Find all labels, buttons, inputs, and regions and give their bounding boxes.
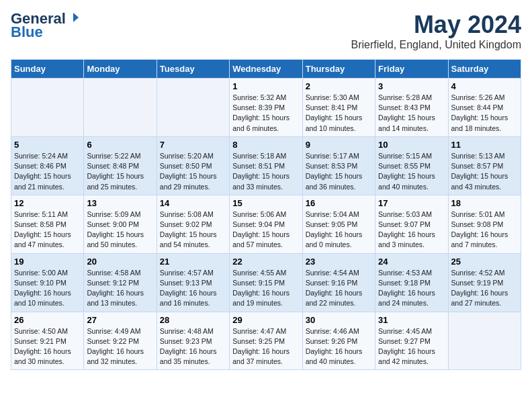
day-info: Sunrise: 5:17 AM Sunset: 8:53 PM Dayligh… [306, 151, 372, 192]
logo-blue: Blue [11, 24, 43, 40]
calendar-cell: 14Sunrise: 5:08 AM Sunset: 9:02 PM Dayli… [157, 195, 229, 253]
day-info: Sunrise: 4:47 AM Sunset: 9:25 PM Dayligh… [232, 326, 299, 367]
calendar-cell: 31Sunrise: 4:45 AM Sunset: 9:27 PM Dayli… [375, 312, 448, 370]
day-number: 8 [232, 140, 299, 150]
calendar-cell: 22Sunrise: 4:55 AM Sunset: 9:15 PM Dayli… [230, 253, 302, 312]
day-info: Sunrise: 4:55 AM Sunset: 9:15 PM Dayligh… [232, 268, 299, 309]
day-number: 25 [451, 257, 518, 267]
calendar-cell: 12Sunrise: 5:11 AM Sunset: 8:58 PM Dayli… [11, 195, 84, 253]
day-info: Sunrise: 5:32 AM Sunset: 8:39 PM Dayligh… [232, 93, 299, 134]
calendar-cell: 16Sunrise: 5:04 AM Sunset: 9:05 PM Dayli… [302, 195, 375, 253]
day-info: Sunrise: 4:48 AM Sunset: 9:23 PM Dayligh… [160, 326, 226, 367]
day-number: 22 [232, 257, 299, 267]
day-info: Sunrise: 5:03 AM Sunset: 9:07 PM Dayligh… [378, 210, 445, 250]
day-info: Sunrise: 5:18 AM Sunset: 8:51 PM Dayligh… [232, 151, 299, 192]
day-info: Sunrise: 4:50 AM Sunset: 9:21 PM Dayligh… [14, 326, 81, 367]
day-number: 12 [14, 198, 81, 208]
day-info: Sunrise: 5:24 AM Sunset: 8:46 PM Dayligh… [14, 151, 81, 192]
calendar-cell: 27Sunrise: 4:49 AM Sunset: 9:22 PM Dayli… [84, 312, 157, 370]
calendar-week-row: 26Sunrise: 4:50 AM Sunset: 9:21 PM Dayli… [11, 312, 521, 370]
day-info: Sunrise: 5:13 AM Sunset: 8:57 PM Dayligh… [451, 151, 518, 192]
day-number: 14 [160, 198, 226, 208]
header-day: Wednesday [230, 60, 302, 79]
day-number: 21 [160, 257, 226, 267]
calendar-cell: 18Sunrise: 5:01 AM Sunset: 9:08 PM Dayli… [448, 195, 521, 253]
day-number: 16 [306, 198, 372, 208]
calendar-table: SundayMondayTuesdayWednesdayThursdayFrid… [11, 59, 521, 370]
day-info: Sunrise: 4:49 AM Sunset: 9:22 PM Dayligh… [87, 326, 153, 367]
day-info: Sunrise: 5:26 AM Sunset: 8:44 PM Dayligh… [451, 93, 518, 134]
logo-icon [67, 11, 79, 24]
day-number: 7 [160, 140, 226, 150]
calendar-cell: 1Sunrise: 5:32 AM Sunset: 8:39 PM Daylig… [230, 79, 302, 137]
calendar-cell: 25Sunrise: 4:52 AM Sunset: 9:19 PM Dayli… [448, 253, 521, 312]
svg-marker-0 [73, 13, 79, 22]
logo: General Blue [11, 11, 79, 40]
day-info: Sunrise: 4:46 AM Sunset: 9:26 PM Dayligh… [306, 326, 372, 367]
day-number: 6 [87, 140, 153, 150]
day-info: Sunrise: 5:20 AM Sunset: 8:50 PM Dayligh… [160, 151, 226, 192]
day-info: Sunrise: 4:58 AM Sunset: 9:12 PM Dayligh… [87, 268, 153, 309]
day-number: 13 [87, 198, 153, 208]
day-number: 1 [232, 81, 299, 91]
calendar-cell: 15Sunrise: 5:06 AM Sunset: 9:04 PM Dayli… [230, 195, 302, 253]
calendar-cell: 23Sunrise: 4:54 AM Sunset: 9:16 PM Dayli… [302, 253, 375, 312]
calendar-cell: 20Sunrise: 4:58 AM Sunset: 9:12 PM Dayli… [84, 253, 157, 312]
day-info: Sunrise: 4:52 AM Sunset: 9:19 PM Dayligh… [451, 268, 518, 309]
header-day: Monday [84, 60, 157, 79]
header-day: Saturday [448, 60, 521, 79]
header-day: Sunday [11, 60, 84, 79]
title-area: May 2024 Brierfield, England, United Kin… [351, 11, 521, 51]
header-day: Thursday [302, 60, 375, 79]
day-number: 3 [378, 81, 445, 91]
day-info: Sunrise: 5:30 AM Sunset: 8:41 PM Dayligh… [306, 93, 372, 134]
day-number: 20 [87, 257, 153, 267]
day-info: Sunrise: 5:08 AM Sunset: 9:02 PM Dayligh… [160, 210, 226, 250]
day-info: Sunrise: 4:54 AM Sunset: 9:16 PM Dayligh… [306, 268, 372, 309]
calendar-cell: 29Sunrise: 4:47 AM Sunset: 9:25 PM Dayli… [230, 312, 302, 370]
calendar-cell: 26Sunrise: 4:50 AM Sunset: 9:21 PM Dayli… [11, 312, 84, 370]
day-number: 15 [232, 198, 299, 208]
calendar-week-row: 5Sunrise: 5:24 AM Sunset: 8:46 PM Daylig… [11, 136, 521, 195]
calendar-cell: 17Sunrise: 5:03 AM Sunset: 9:07 PM Dayli… [375, 195, 448, 253]
calendar-cell: 7Sunrise: 5:20 AM Sunset: 8:50 PM Daylig… [157, 136, 229, 195]
calendar-cell: 4Sunrise: 5:26 AM Sunset: 8:44 PM Daylig… [448, 79, 521, 137]
location-title: Brierfield, England, United Kingdom [351, 39, 521, 51]
page-header: General Blue May 2024 Brierfield, Englan… [11, 11, 521, 51]
calendar-cell: 19Sunrise: 5:00 AM Sunset: 9:10 PM Dayli… [11, 253, 84, 312]
day-info: Sunrise: 5:00 AM Sunset: 9:10 PM Dayligh… [14, 268, 81, 309]
calendar-cell: 5Sunrise: 5:24 AM Sunset: 8:46 PM Daylig… [11, 136, 84, 195]
day-number: 29 [232, 315, 299, 325]
day-number: 2 [306, 81, 372, 91]
calendar-cell: 3Sunrise: 5:28 AM Sunset: 8:43 PM Daylig… [375, 79, 448, 137]
day-info: Sunrise: 5:06 AM Sunset: 9:04 PM Dayligh… [232, 210, 299, 250]
day-number: 27 [87, 315, 153, 325]
day-number: 23 [306, 257, 372, 267]
calendar-cell: 21Sunrise: 4:57 AM Sunset: 9:13 PM Dayli… [157, 253, 229, 312]
day-number: 18 [451, 198, 518, 208]
calendar-cell: 6Sunrise: 5:22 AM Sunset: 8:48 PM Daylig… [84, 136, 157, 195]
day-info: Sunrise: 5:09 AM Sunset: 9:00 PM Dayligh… [87, 210, 153, 250]
day-info: Sunrise: 4:45 AM Sunset: 9:27 PM Dayligh… [378, 326, 445, 367]
day-number: 31 [378, 315, 445, 325]
calendar-cell: 11Sunrise: 5:13 AM Sunset: 8:57 PM Dayli… [448, 136, 521, 195]
day-info: Sunrise: 5:22 AM Sunset: 8:48 PM Dayligh… [87, 151, 153, 192]
day-number: 24 [378, 257, 445, 267]
calendar-week-row: 19Sunrise: 5:00 AM Sunset: 9:10 PM Dayli… [11, 253, 521, 312]
calendar-header-row: SundayMondayTuesdayWednesdayThursdayFrid… [11, 60, 521, 79]
calendar-cell [84, 79, 157, 137]
calendar-week-row: 12Sunrise: 5:11 AM Sunset: 8:58 PM Dayli… [11, 195, 521, 253]
day-number: 26 [14, 315, 81, 325]
calendar-cell [11, 79, 84, 137]
day-number: 28 [160, 315, 226, 325]
calendar-cell: 24Sunrise: 4:53 AM Sunset: 9:18 PM Dayli… [375, 253, 448, 312]
header-day: Friday [375, 60, 448, 79]
calendar-cell: 13Sunrise: 5:09 AM Sunset: 9:00 PM Dayli… [84, 195, 157, 253]
day-info: Sunrise: 4:57 AM Sunset: 9:13 PM Dayligh… [160, 268, 226, 309]
calendar-cell: 2Sunrise: 5:30 AM Sunset: 8:41 PM Daylig… [302, 79, 375, 137]
calendar-cell: 9Sunrise: 5:17 AM Sunset: 8:53 PM Daylig… [302, 136, 375, 195]
day-number: 4 [451, 81, 518, 91]
day-number: 9 [306, 140, 372, 150]
day-info: Sunrise: 4:53 AM Sunset: 9:18 PM Dayligh… [378, 268, 445, 309]
header-day: Tuesday [157, 60, 229, 79]
